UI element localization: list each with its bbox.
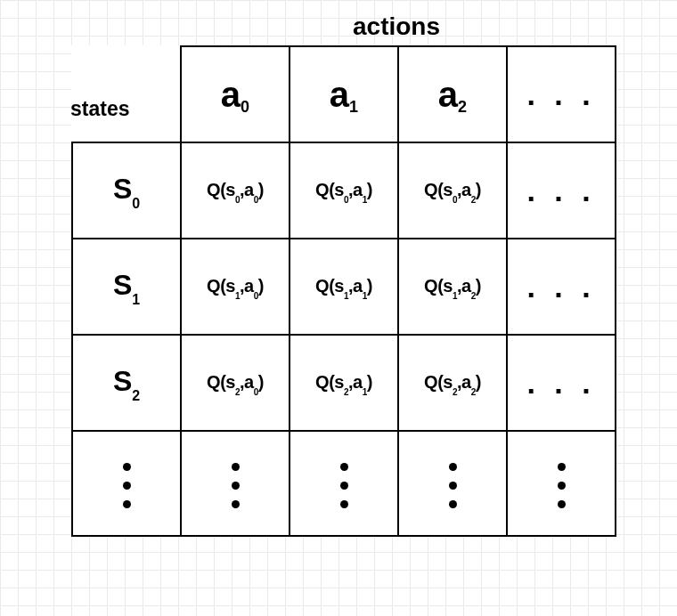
col-header-a2: a2 [398,46,507,142]
cell-s0-a1: Q(s0,a1) [290,142,398,239]
cell-s2-a2: Q(s2,a2) [398,335,507,431]
cell-more-a1 [290,431,398,536]
cell-s2-a1: Q(s2,a1) [290,335,398,431]
col-header-a1: a1 [290,46,398,142]
horizontal-ellipsis-icon: . . . [526,270,595,304]
cell-s1-more: . . . [507,239,616,335]
cell-s2-more: . . . [507,335,616,431]
cell-s2-a0: Q(s2,a0) [181,335,290,431]
row-header-more [72,431,181,536]
states-label: states [70,97,129,121]
cell-s0-more: . . . [507,142,616,239]
corner-empty-cell [72,46,181,142]
vertical-ellipsis-icon [232,463,240,508]
horizontal-ellipsis-icon: . . . [526,77,595,111]
horizontal-ellipsis-icon: . . . [526,174,595,207]
cell-s1-a0: Q(s1,a0) [181,239,290,335]
col-header-more: . . . [507,46,616,142]
cell-s1-a2: Q(s1,a2) [398,239,507,335]
row-header-s2: S2 [72,335,181,431]
cell-s0-a0: Q(s0,a0) [181,142,290,239]
vertical-ellipsis-icon [340,463,348,508]
cell-more-a0 [181,431,290,536]
cell-more-more [507,431,616,536]
cell-more-a2 [398,431,507,536]
vertical-ellipsis-icon [123,463,131,508]
col-header-a0: a0 [181,46,290,142]
row-header-s0: S0 [72,142,181,239]
vertical-ellipsis-icon [449,463,457,508]
vertical-ellipsis-icon [558,463,566,508]
actions-label: actions [178,12,615,41]
horizontal-ellipsis-icon: . . . [526,366,595,400]
cell-s1-a1: Q(s1,a1) [290,239,398,335]
row-header-s1: S1 [72,239,181,335]
cell-s0-a2: Q(s0,a2) [398,142,507,239]
q-table: a0 a1 a2 . . . S0 Q(s0,a0) Q(s0,a1) Q(s0… [71,45,616,537]
